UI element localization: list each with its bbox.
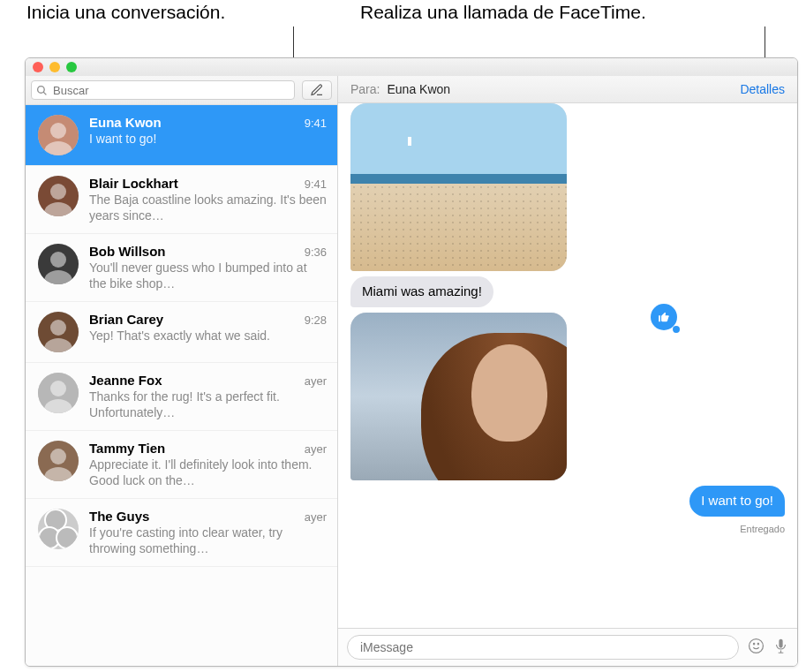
conversation-item[interactable]: Euna Kwon 9:41 I want to go! xyxy=(26,105,337,166)
svg-point-9 xyxy=(50,252,66,268)
conversation-name: Euna Kwon xyxy=(89,115,162,130)
close-button[interactable] xyxy=(33,62,43,72)
chat-header: Para: Euna Kwon Detalles xyxy=(338,76,797,103)
conversation-preview: Thanks for the rug! It's a perfect fit. … xyxy=(89,389,327,420)
message-bubble[interactable]: I want to go! xyxy=(689,486,785,517)
conversation-item[interactable]: Blair Lockhart 9:41 The Baja coastline l… xyxy=(26,166,337,234)
conversation-time: 9:41 xyxy=(305,177,327,191)
delivery-status: Entregado xyxy=(350,524,785,534)
message-row: I want to go! xyxy=(350,486,785,517)
to-label: Para: xyxy=(350,82,380,96)
callouts-layer: Inicia una conversación. Realiza una lla… xyxy=(0,0,806,57)
svg-point-18 xyxy=(50,449,66,464)
conversation-item[interactable]: The Guys ayer If you're casting into cle… xyxy=(26,499,337,567)
input-bar xyxy=(338,628,797,666)
message-image-wrapper xyxy=(350,103,668,271)
conversation-item[interactable]: Tammy Tien ayer Appreciate it. I'll defi… xyxy=(26,431,337,499)
conversation-item[interactable]: Bob Willson 9:36 You'll never guess who … xyxy=(26,234,337,302)
sidebar: Euna Kwon 9:41 I want to go! Blair Lockh… xyxy=(26,76,338,666)
conversation-preview: If you're casting into clear water, try … xyxy=(89,525,327,556)
conversation-preview: The Baja coastline looks amazing. It's b… xyxy=(89,192,327,223)
conversation-preview: Yep! That's exactly what we said. xyxy=(89,328,327,344)
titlebar xyxy=(26,58,797,76)
conversation-preview: You'll never guess who I bumped into at … xyxy=(89,260,327,291)
conversation-time: ayer xyxy=(305,510,327,524)
conversation-time: 9:36 xyxy=(305,245,327,259)
message-input[interactable] xyxy=(347,635,739,660)
conversation-name: Jeanne Fox xyxy=(89,373,162,388)
svg-point-15 xyxy=(50,381,66,396)
search-input[interactable] xyxy=(31,80,295,100)
svg-point-12 xyxy=(50,320,66,336)
svg-point-6 xyxy=(50,184,66,200)
conversation-time: 9:28 xyxy=(305,313,327,327)
sidebar-toolbar xyxy=(26,76,337,105)
conversation-time: ayer xyxy=(305,374,327,388)
conversation-name: Brian Carey xyxy=(89,312,163,327)
messages-scroll[interactable]: Miami was amazing! I want to go!Entregad… xyxy=(338,103,797,628)
svg-point-3 xyxy=(50,123,66,139)
avatar xyxy=(38,441,79,481)
emoji-icon[interactable] xyxy=(748,638,765,658)
to-name: Euna Kwon xyxy=(387,82,740,96)
details-link[interactable]: Detalles xyxy=(740,82,785,96)
conversation-time: 9:41 xyxy=(305,117,327,130)
avatar xyxy=(38,115,79,155)
conversation-preview: Appreciate it. I'll definitely look into… xyxy=(89,457,327,488)
svg-point-20 xyxy=(750,638,764,653)
conversation-preview: I want to go! xyxy=(89,131,327,147)
conversation-time: ayer xyxy=(305,442,327,456)
conversation-name: Blair Lockhart xyxy=(89,176,178,191)
callout-details: Realiza una llamada de FaceTime. xyxy=(360,2,646,23)
maximize-button[interactable] xyxy=(66,62,77,72)
conversation-list[interactable]: Euna Kwon 9:41 I want to go! Blair Lockh… xyxy=(26,105,337,666)
message-row: Miami was amazing! xyxy=(350,276,785,307)
conversation-name: Bob Willson xyxy=(89,244,166,259)
avatar xyxy=(38,312,79,352)
conversation-name: The Guys xyxy=(89,509,149,524)
avatar-group xyxy=(38,509,79,549)
message-row xyxy=(350,313,785,480)
conversation-item[interactable]: Brian Carey 9:28 Yep! That's exactly wha… xyxy=(26,302,337,363)
compose-button[interactable] xyxy=(302,80,332,100)
message-image[interactable] xyxy=(350,103,567,271)
minimize-button[interactable] xyxy=(49,62,60,72)
svg-point-22 xyxy=(757,643,758,644)
avatar xyxy=(38,176,79,216)
avatar xyxy=(38,373,79,413)
message-row xyxy=(350,103,785,271)
microphone-icon[interactable] xyxy=(773,638,788,657)
svg-point-21 xyxy=(753,643,754,644)
message-bubble[interactable]: Miami was amazing! xyxy=(350,276,493,307)
chat-pane: Para: Euna Kwon Detalles Miami was amazi… xyxy=(338,76,797,666)
conversation-item[interactable]: Jeanne Fox ayer Thanks for the rug! It's… xyxy=(26,363,337,431)
callout-compose: Inicia una conversación. xyxy=(26,2,225,23)
message-image-wrapper xyxy=(350,313,668,480)
conversation-name: Tammy Tien xyxy=(89,441,165,456)
avatar xyxy=(38,244,79,284)
messages-window: Euna Kwon 9:41 I want to go! Blair Lockh… xyxy=(25,57,798,667)
message-image[interactable] xyxy=(350,313,567,480)
reaction-thumbs-up-icon[interactable] xyxy=(651,304,677,330)
